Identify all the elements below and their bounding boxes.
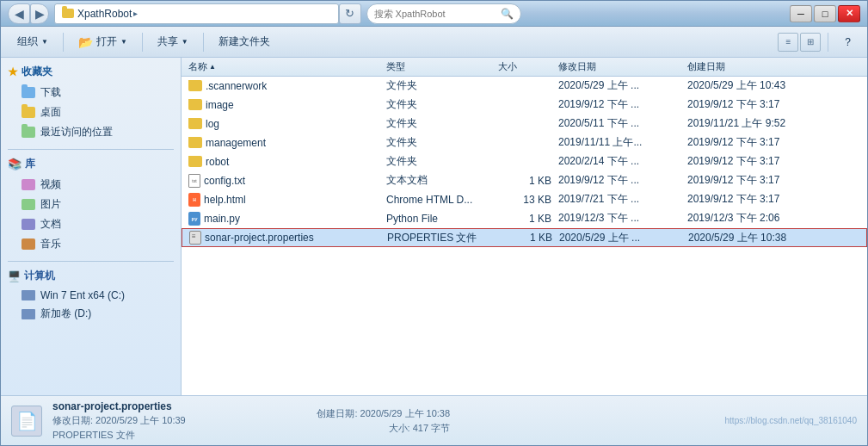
library-header[interactable]: 📚 库 — [1, 153, 181, 175]
file-type: 文件夹 — [383, 135, 495, 150]
file-name: sonar-project.properties — [186, 231, 384, 245]
file-row[interactable]: sonar-project.properties PROPERTIES 文件 1… — [182, 228, 867, 247]
file-size: 1 KB — [496, 232, 556, 244]
sidebar-item-music[interactable]: 音乐 — [1, 234, 181, 254]
open-dropdown-icon[interactable]: ▼ — [120, 38, 127, 46]
column-headers: 名称 ▲ 类型 大小 修改日期 创建日期 — [182, 58, 867, 77]
sidebar-divider-1 — [8, 149, 174, 150]
status-file-icon: 📄 — [11, 406, 42, 437]
minimize-button[interactable]: ─ — [790, 5, 812, 22]
file-created: 2020/5/29 上午 10:38 — [685, 231, 814, 245]
file-row[interactable]: H help.html Chrome HTML D... 13 KB 2019/… — [182, 190, 867, 209]
search-icon[interactable]: 🔍 — [501, 8, 514, 20]
file-created: 2019/12/3 下午 2:06 — [684, 211, 813, 226]
d-drive-label: 新加卷 (D:) — [40, 307, 91, 321]
col-header-modified[interactable]: 修改日期 — [555, 60, 684, 73]
file-name: H help.html — [185, 193, 383, 207]
file-type: 文件夹 — [383, 116, 495, 131]
file-row[interactable]: image 文件夹 2019/9/12 下午 ... 2019/9/12 下午 … — [182, 96, 867, 115]
toolbar-separator-2 — [142, 33, 143, 52]
sidebar-item-pictures[interactable]: 图片 — [1, 195, 181, 214]
col-header-size[interactable]: 大小 — [495, 60, 555, 73]
props-icon — [189, 231, 201, 245]
watermark-link[interactable]: https://blog.csdn.net/qq_38161040 — [725, 416, 857, 425]
documents-icon — [22, 219, 35, 230]
computer-header[interactable]: 🖥️ 计算机 — [1, 265, 181, 287]
organize-dropdown-icon[interactable]: ▼ — [41, 38, 48, 46]
new-folder-button[interactable]: 新建文件夹 — [209, 30, 280, 54]
html-icon: H — [188, 193, 200, 207]
file-size: 1 KB — [495, 175, 555, 187]
sidebar-divider-2 — [8, 261, 174, 262]
new-folder-label: 新建文件夹 — [219, 34, 270, 49]
share-button[interactable]: 共享 ▼ — [148, 30, 198, 54]
status-filetype: PROPERTIES 文件 — [52, 429, 306, 442]
status-filename: sonar-project.properties — [52, 400, 306, 412]
file-row[interactable]: log 文件夹 2020/5/11 下午 ... 2019/11/21 上午 9… — [182, 115, 867, 133]
sidebar-item-documents[interactable]: 文档 — [1, 214, 181, 234]
address-arrow: ▸ — [133, 9, 138, 18]
help-button[interactable]: ? — [835, 30, 860, 54]
sidebar-item-recent[interactable]: 最近访问的位置 — [1, 122, 181, 142]
open-button[interactable]: 📂 打开 ▼ — [69, 30, 137, 54]
file-name: .scannerwork — [185, 80, 383, 92]
music-label: 音乐 — [40, 237, 61, 251]
maximize-button[interactable]: □ — [814, 5, 836, 22]
file-created: 2019/9/12 下午 3:17 — [684, 192, 813, 207]
address-bar[interactable]: XpathRobot ▸ — [54, 3, 339, 24]
desktop-folder-icon — [22, 107, 35, 118]
col-header-type[interactable]: 类型 — [383, 60, 495, 73]
file-modified: 2020/5/11 下午 ... — [555, 116, 684, 131]
file-created: 2019/9/12 下午 3:17 — [684, 135, 813, 150]
computer-label: 计算机 — [24, 269, 55, 283]
favorites-header[interactable]: ★ 收藏夹 — [1, 61, 181, 83]
address-text: XpathRobot — [77, 8, 132, 20]
folder-icon — [188, 137, 202, 148]
search-input[interactable] — [374, 9, 497, 19]
sidebar-item-d-drive[interactable]: 新加卷 (D:) — [1, 304, 181, 324]
toolbar-separator-3 — [203, 33, 204, 52]
file-modified: 2019/9/12 下午 ... — [555, 97, 684, 112]
sidebar: ★ 收藏夹 下载 桌面 最近访问的位置 — [1, 58, 182, 395]
music-icon — [22, 238, 35, 250]
forward-button[interactable]: ▶ — [30, 3, 49, 24]
file-row[interactable]: management 文件夹 2019/11/11 上午... 2019/9/1… — [182, 133, 867, 152]
sidebar-item-desktop[interactable]: 桌面 — [1, 102, 181, 122]
favorites-section: ★ 收藏夹 下载 桌面 最近访问的位置 — [1, 61, 181, 142]
file-created: 2019/9/12 下午 3:17 — [684, 154, 813, 169]
file-row[interactable]: py main.py Python File 1 KB 2019/12/3 下午… — [182, 209, 867, 228]
file-row[interactable]: robot 文件夹 2020/2/14 下午 ... 2019/9/12 下午 … — [182, 152, 867, 171]
desktop-label: 桌面 — [40, 105, 61, 120]
file-row[interactable]: .scannerwork 文件夹 2020/5/29 上午 ... 2020/5… — [182, 77, 867, 96]
view-list-button[interactable]: ≡ — [778, 33, 798, 52]
file-size: 13 KB — [495, 194, 555, 206]
organize-button[interactable]: 组织 ▼ — [8, 30, 58, 54]
file-list[interactable]: .scannerwork 文件夹 2020/5/29 上午 ... 2020/5… — [182, 77, 867, 395]
file-name: robot — [185, 156, 383, 168]
favorites-label: 收藏夹 — [22, 65, 52, 79]
col-header-created[interactable]: 创建日期 — [684, 60, 813, 73]
file-type: Chrome HTML D... — [383, 194, 495, 206]
file-name: management — [185, 137, 383, 149]
file-type: PROPERTIES 文件 — [384, 231, 496, 245]
search-box[interactable]: 🔍 — [366, 3, 521, 24]
c-drive-label: Win 7 Ent x64 (C:) — [40, 289, 125, 301]
file-type: 文本文档 — [383, 173, 495, 188]
download-label: 下载 — [40, 85, 61, 100]
view-details-button[interactable]: ⊞ — [800, 33, 821, 52]
back-button[interactable]: ◀ — [8, 3, 30, 24]
d-drive-icon — [22, 309, 35, 319]
toolbar-right: ≡ ⊞ ? — [778, 30, 860, 54]
sidebar-item-video[interactable]: 视频 — [1, 175, 181, 195]
share-dropdown-icon[interactable]: ▼ — [182, 38, 188, 46]
toolbar-separator-4 — [828, 33, 828, 52]
col-header-name[interactable]: 名称 ▲ — [185, 60, 383, 73]
file-created: 2019/11/21 上午 9:52 — [684, 116, 813, 131]
close-button[interactable]: ✕ — [838, 5, 860, 22]
open-label: 打开 — [96, 34, 117, 49]
pictures-label: 图片 — [40, 197, 61, 212]
sidebar-item-c-drive[interactable]: Win 7 Ent x64 (C:) — [1, 287, 181, 304]
refresh-button[interactable]: ↻ — [339, 3, 361, 24]
sidebar-item-download[interactable]: 下载 — [1, 83, 181, 102]
file-row[interactable]: txt config.txt 文本文档 1 KB 2019/9/12 下午 ..… — [182, 171, 867, 190]
